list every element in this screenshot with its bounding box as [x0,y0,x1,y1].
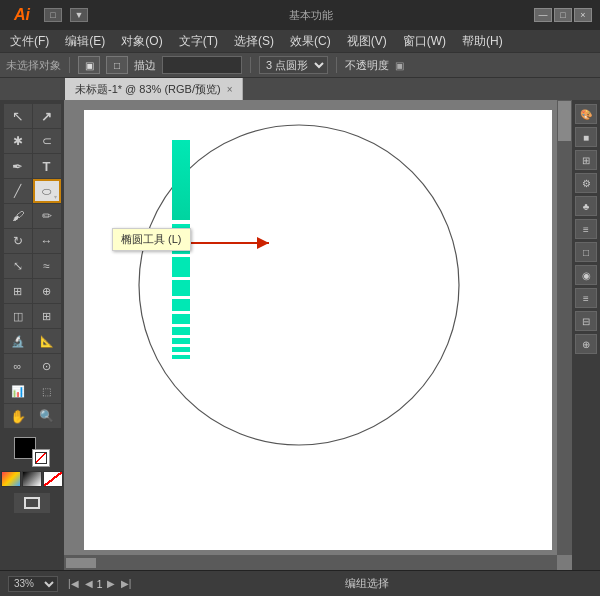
main-area: ↖ ↗ ✱ ⊂ ✒ T ╱ [0,100,600,570]
pencil-tool-button[interactable]: ✏ [33,204,61,228]
symbol-sprayer-tool-button[interactable]: ⊙ [33,354,61,378]
ellipse-tool-button[interactable]: ⬭ ▾ [33,179,61,203]
horizontal-scroll-thumb[interactable] [66,558,96,568]
page-navigation: |◀ ◀ 1 ▶ ▶| [66,578,133,590]
vertical-scroll-thumb[interactable] [558,101,571,141]
title-icon-2[interactable]: ▼ [70,8,88,22]
no-selection-label: 未选择对象 [6,58,61,73]
menu-file[interactable]: 文件(F) [4,31,55,52]
right-panel-btn-1[interactable]: 🎨 [575,104,597,124]
ai-logo: Ai [8,1,36,29]
opacity-icon: ▣ [395,60,404,71]
menu-select[interactable]: 选择(S) [228,31,280,52]
tooltip: 椭圆工具 (L) [112,228,191,251]
tool-row-4: ╱ ⬭ ▾ [4,179,61,203]
menu-help[interactable]: 帮助(H) [456,31,509,52]
screen-mode-button[interactable] [14,493,50,513]
gradient-swatch-button[interactable] [22,471,42,487]
right-panel-btn-3[interactable]: ⊞ [575,150,597,170]
menu-effect[interactable]: 效果(C) [284,31,337,52]
warp-tool-button[interactable]: ≈ [33,254,61,278]
fill-swatch[interactable]: ▣ [78,56,100,74]
stroke-color-swatch[interactable] [32,449,50,467]
blend-tool-button[interactable]: ∞ [4,354,32,378]
stroke-swatch[interactable]: □ [106,56,128,74]
measure-tool-button[interactable]: 📐 [33,329,61,353]
options-bar: 未选择对象 ▣ □ 描边 3 点圆形 不透明度 ▣ [0,52,600,78]
divider-2 [250,57,251,73]
shape-builder-tool-button[interactable]: ⊕ [33,279,61,303]
zoom-control[interactable]: 33% 50% 75% 100% [8,576,58,592]
right-panel-btn-7[interactable]: □ [575,242,597,262]
canvas-area[interactable]: 椭圆工具 (L) [64,100,572,570]
last-page-button[interactable]: ▶| [119,578,134,589]
right-panel-btn-6[interactable]: ≡ [575,219,597,239]
maximize-button[interactable]: □ [554,8,572,22]
rotate-tool-button[interactable]: ↻ [4,229,32,253]
direct-selection-tool-button[interactable]: ↗ [33,104,61,128]
tool-row-12: 📊 ⬚ [4,379,61,403]
right-panel-btn-2[interactable]: ■ [575,127,597,147]
title-bar: Ai □ ▼ 基本功能 — □ × [0,0,600,30]
screen-mode-area [14,493,50,513]
first-page-button[interactable]: |◀ [66,578,81,589]
paintbrush-tool-button[interactable]: 🖌 [4,204,32,228]
right-panel-btn-9[interactable]: ≡ [575,288,597,308]
zoom-select[interactable]: 33% 50% 75% 100% [8,576,58,592]
reflect-tool-button[interactable]: ↔ [33,229,61,253]
vertical-scrollbar[interactable] [557,100,572,555]
hand-tool-button[interactable]: ✋ [4,404,32,428]
menu-bar: 文件(F) 编辑(E) 对象(O) 文字(T) 选择(S) 效果(C) 视图(V… [0,30,600,52]
right-panel-btn-4[interactable]: ⚙ [575,173,597,193]
fill-stroke-area [1,433,63,513]
magic-wand-tool-button[interactable]: ✱ [4,129,32,153]
left-toolbar: ↖ ↗ ✱ ⊂ ✒ T ╱ [0,100,64,570]
none-swatch-button[interactable] [43,471,63,487]
tool-row-1: ↖ ↗ [4,104,61,128]
right-panel-btn-10[interactable]: ⊟ [575,311,597,331]
free-transform-tool-button[interactable]: ⊞ [4,279,32,303]
eyedropper-tool-button[interactable]: 🔬 [4,329,32,353]
minimize-button[interactable]: — [534,8,552,22]
right-panel-btn-5[interactable]: ♣ [575,196,597,216]
selection-tool-button[interactable]: ↖ [4,104,32,128]
document-tab[interactable]: 未标题-1* @ 83% (RGB/预览) × [65,78,243,100]
line-tool-button[interactable]: ╱ [4,179,32,203]
tab-bar: 未标题-1* @ 83% (RGB/预览) × [0,78,600,100]
menu-text[interactable]: 文字(T) [173,31,224,52]
column-graph-tool-button[interactable]: 📊 [4,379,32,403]
next-page-button[interactable]: ▶ [105,578,117,589]
pen-tool-button[interactable]: ✒ [4,154,32,178]
menu-object[interactable]: 对象(O) [115,31,168,52]
color-mode-row [1,471,63,487]
tool-row-5: 🖌 ✏ [4,204,61,228]
right-panel: 🎨 ■ ⊞ ⚙ ♣ ≡ □ ◉ ≡ ⊟ ⊕ [572,100,600,570]
tab-close-button[interactable]: × [227,84,233,95]
right-panel-btn-11[interactable]: ⊕ [575,334,597,354]
prev-page-button[interactable]: ◀ [83,578,95,589]
color-gradient-bar [172,140,190,362]
menu-view[interactable]: 视图(V) [341,31,393,52]
menu-edit[interactable]: 编辑(E) [59,31,111,52]
status-bar: 33% 50% 75% 100% |◀ ◀ 1 ▶ ▶| 编组选择 [0,570,600,596]
mesh-tool-button[interactable]: ⊞ [33,304,61,328]
current-page: 1 [97,578,103,590]
horizontal-scrollbar[interactable] [64,555,557,570]
scale-tool-button[interactable]: ⤡ [4,254,32,278]
stroke-style-select[interactable]: 3 点圆形 [259,56,328,74]
gradient-tool-button[interactable]: ◫ [4,304,32,328]
divider-3 [336,57,337,73]
close-button[interactable]: × [574,8,592,22]
stroke-input[interactable] [162,56,242,74]
color-button[interactable] [1,471,21,487]
tool-row-7: ⤡ ≈ [4,254,61,278]
menu-window[interactable]: 窗口(W) [397,31,452,52]
tool-row-8: ⊞ ⊕ [4,279,61,303]
zoom-tool-button[interactable]: 🔍 [33,404,61,428]
title-icon-1[interactable]: □ [44,8,62,22]
type-tool-button[interactable]: T [33,154,61,178]
artboard-tool-button[interactable]: ⬚ [33,379,61,403]
right-panel-btn-8[interactable]: ◉ [575,265,597,285]
lasso-tool-button[interactable]: ⊂ [33,129,61,153]
artboard [84,110,552,550]
